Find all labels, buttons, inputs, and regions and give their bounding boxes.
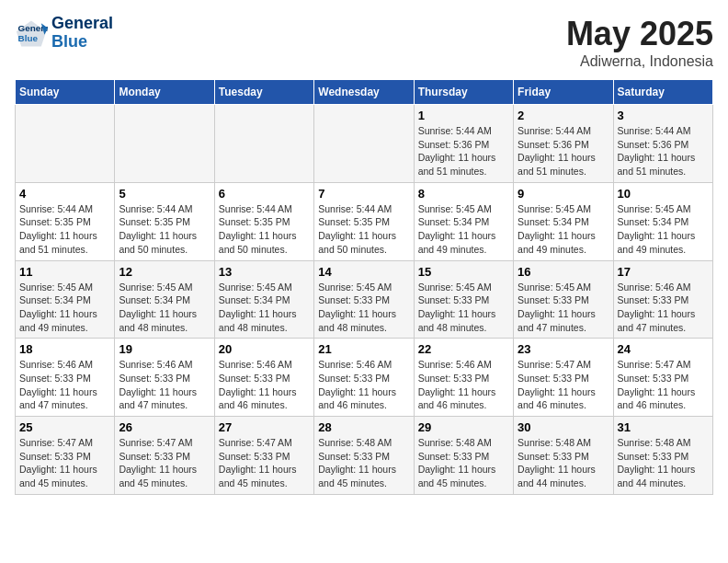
day-info: Sunrise: 5:44 AMSunset: 5:36 PMDaylight:… — [518, 124, 609, 178]
days-header-row: SundayMondayTuesdayWednesdayThursdayFrid… — [16, 80, 713, 105]
day-info: Sunrise: 5:44 AMSunset: 5:35 PMDaylight:… — [19, 202, 110, 257]
day-info: Sunrise: 5:47 AMSunset: 5:33 PMDaylight:… — [618, 358, 709, 412]
day-info: Sunrise: 5:45 AMSunset: 5:33 PMDaylight:… — [518, 281, 609, 335]
day-info: Sunrise: 5:48 AMSunset: 5:33 PMDaylight:… — [518, 436, 609, 490]
day-info: Sunrise: 5:48 AMSunset: 5:33 PMDaylight:… — [418, 436, 509, 490]
day-header-monday: Monday — [115, 80, 214, 105]
day-number: 24 — [618, 342, 709, 356]
day-info: Sunrise: 5:47 AMSunset: 5:33 PMDaylight:… — [19, 436, 110, 490]
calendar-cell: 31Sunrise: 5:48 AMSunset: 5:33 PMDayligh… — [613, 417, 712, 495]
day-header-sunday: Sunday — [16, 80, 115, 105]
calendar-table: SundayMondayTuesdayWednesdayThursdayFrid… — [15, 79, 713, 495]
day-info: Sunrise: 5:46 AMSunset: 5:33 PMDaylight:… — [119, 358, 210, 412]
calendar-cell: 19Sunrise: 5:46 AMSunset: 5:33 PMDayligh… — [115, 339, 214, 417]
day-info: Sunrise: 5:45 AMSunset: 5:33 PMDaylight:… — [418, 281, 509, 335]
day-info: Sunrise: 5:48 AMSunset: 5:33 PMDaylight:… — [618, 436, 709, 490]
calendar-cell: 30Sunrise: 5:48 AMSunset: 5:33 PMDayligh… — [514, 417, 613, 495]
calendar-cell: 17Sunrise: 5:46 AMSunset: 5:33 PMDayligh… — [613, 260, 712, 339]
day-info: Sunrise: 5:46 AMSunset: 5:33 PMDaylight:… — [219, 358, 310, 412]
day-number: 8 — [418, 187, 509, 201]
day-number: 25 — [19, 420, 110, 434]
calendar-cell: 15Sunrise: 5:45 AMSunset: 5:33 PMDayligh… — [414, 260, 513, 339]
day-header-friday: Friday — [514, 80, 613, 105]
day-number: 20 — [219, 342, 310, 356]
day-info: Sunrise: 5:47 AMSunset: 5:33 PMDaylight:… — [119, 436, 210, 490]
calendar-cell: 3Sunrise: 5:44 AMSunset: 5:36 PMDaylight… — [613, 105, 712, 183]
day-number: 21 — [318, 342, 409, 356]
calendar-cell — [314, 105, 414, 183]
logo-line1: General — [51, 15, 113, 33]
day-info: Sunrise: 5:45 AMSunset: 5:34 PMDaylight:… — [19, 281, 110, 335]
day-info: Sunrise: 5:47 AMSunset: 5:33 PMDaylight:… — [518, 358, 609, 412]
calendar-cell: 8Sunrise: 5:45 AMSunset: 5:34 PMDaylight… — [414, 182, 513, 260]
day-info: Sunrise: 5:46 AMSunset: 5:33 PMDaylight:… — [19, 358, 110, 412]
calendar-cell: 6Sunrise: 5:44 AMSunset: 5:35 PMDaylight… — [214, 182, 313, 260]
calendar-cell — [16, 105, 115, 183]
day-number: 5 — [119, 187, 210, 201]
day-info: Sunrise: 5:48 AMSunset: 5:33 PMDaylight:… — [318, 436, 409, 490]
calendar-cell: 10Sunrise: 5:45 AMSunset: 5:34 PMDayligh… — [613, 182, 712, 260]
day-number: 23 — [518, 342, 609, 356]
week-row-1: 1Sunrise: 5:44 AMSunset: 5:36 PMDaylight… — [16, 105, 713, 183]
calendar-cell: 18Sunrise: 5:46 AMSunset: 5:33 PMDayligh… — [16, 339, 115, 417]
title-block: May 2025 Adiwerna, Indonesia — [566, 15, 713, 70]
day-info: Sunrise: 5:44 AMSunset: 5:35 PMDaylight:… — [318, 202, 409, 257]
day-info: Sunrise: 5:45 AMSunset: 5:34 PMDaylight:… — [518, 202, 609, 257]
logo-text: General Blue — [51, 15, 113, 52]
calendar-cell — [214, 105, 313, 183]
calendar-cell: 26Sunrise: 5:47 AMSunset: 5:33 PMDayligh… — [115, 417, 214, 495]
day-info: Sunrise: 5:44 AMSunset: 5:36 PMDaylight:… — [618, 124, 709, 178]
day-number: 22 — [418, 342, 509, 356]
week-row-4: 18Sunrise: 5:46 AMSunset: 5:33 PMDayligh… — [16, 339, 713, 417]
calendar-cell: 23Sunrise: 5:47 AMSunset: 5:33 PMDayligh… — [514, 339, 613, 417]
calendar-cell: 25Sunrise: 5:47 AMSunset: 5:33 PMDayligh… — [16, 417, 115, 495]
day-info: Sunrise: 5:47 AMSunset: 5:33 PMDaylight:… — [219, 436, 310, 490]
page-header: General Blue General Blue May 2025 Adiwe… — [15, 15, 713, 70]
day-info: Sunrise: 5:44 AMSunset: 5:35 PMDaylight:… — [119, 202, 210, 257]
day-number: 19 — [119, 342, 210, 356]
day-info: Sunrise: 5:45 AMSunset: 5:34 PMDaylight:… — [119, 281, 210, 335]
day-number: 3 — [618, 109, 709, 122]
calendar-cell: 2Sunrise: 5:44 AMSunset: 5:36 PMDaylight… — [514, 105, 613, 183]
day-info: Sunrise: 5:44 AMSunset: 5:35 PMDaylight:… — [219, 202, 310, 257]
calendar-cell: 11Sunrise: 5:45 AMSunset: 5:34 PMDayligh… — [16, 260, 115, 339]
day-info: Sunrise: 5:45 AMSunset: 5:34 PMDaylight:… — [219, 281, 310, 335]
day-number: 6 — [219, 187, 310, 201]
logo-icon: General Blue — [15, 17, 48, 50]
day-header-saturday: Saturday — [613, 80, 712, 105]
day-number: 26 — [119, 420, 210, 434]
day-number: 16 — [518, 265, 609, 279]
calendar-cell: 9Sunrise: 5:45 AMSunset: 5:34 PMDaylight… — [514, 182, 613, 260]
calendar-cell: 1Sunrise: 5:44 AMSunset: 5:36 PMDaylight… — [414, 105, 513, 183]
calendar-subtitle: Adiwerna, Indonesia — [566, 53, 713, 70]
calendar-cell: 16Sunrise: 5:45 AMSunset: 5:33 PMDayligh… — [514, 260, 613, 339]
week-row-2: 4Sunrise: 5:44 AMSunset: 5:35 PMDaylight… — [16, 182, 713, 260]
calendar-title: May 2025 — [566, 15, 713, 53]
day-number: 2 — [518, 109, 609, 122]
day-number: 31 — [618, 420, 709, 434]
calendar-cell: 29Sunrise: 5:48 AMSunset: 5:33 PMDayligh… — [414, 417, 513, 495]
calendar-cell: 13Sunrise: 5:45 AMSunset: 5:34 PMDayligh… — [214, 260, 313, 339]
week-row-3: 11Sunrise: 5:45 AMSunset: 5:34 PMDayligh… — [16, 260, 713, 339]
day-number: 12 — [119, 265, 210, 279]
day-header-wednesday: Wednesday — [314, 80, 414, 105]
day-number: 10 — [618, 187, 709, 201]
day-number: 29 — [418, 420, 509, 434]
logo: General Blue General Blue — [15, 15, 113, 52]
day-number: 11 — [19, 265, 110, 279]
day-info: Sunrise: 5:46 AMSunset: 5:33 PMDaylight:… — [618, 281, 709, 335]
day-number: 30 — [518, 420, 609, 434]
day-header-thursday: Thursday — [414, 80, 513, 105]
day-number: 4 — [19, 187, 110, 201]
day-number: 28 — [318, 420, 409, 434]
day-info: Sunrise: 5:45 AMSunset: 5:34 PMDaylight:… — [418, 202, 509, 257]
week-row-5: 25Sunrise: 5:47 AMSunset: 5:33 PMDayligh… — [16, 417, 713, 495]
day-number: 15 — [418, 265, 509, 279]
calendar-cell: 14Sunrise: 5:45 AMSunset: 5:33 PMDayligh… — [314, 260, 414, 339]
calendar-cell: 22Sunrise: 5:46 AMSunset: 5:33 PMDayligh… — [414, 339, 513, 417]
day-number: 17 — [618, 265, 709, 279]
calendar-cell: 5Sunrise: 5:44 AMSunset: 5:35 PMDaylight… — [115, 182, 214, 260]
day-number: 18 — [19, 342, 110, 356]
calendar-cell: 4Sunrise: 5:44 AMSunset: 5:35 PMDaylight… — [16, 182, 115, 260]
day-number: 27 — [219, 420, 310, 434]
